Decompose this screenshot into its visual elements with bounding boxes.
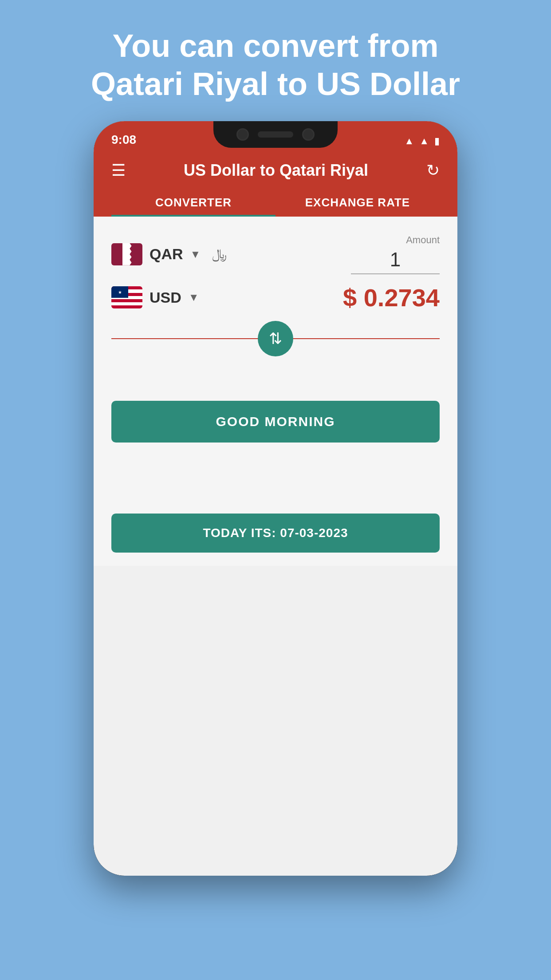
to-currency-dropdown[interactable]: ▼ xyxy=(189,291,199,304)
tab-exchange-rate[interactable]: EXCHANGE RATE xyxy=(276,189,440,217)
usd-flag: ★ xyxy=(111,286,142,308)
flag-star: ★ xyxy=(118,290,122,295)
app-header: ☰ US Dollar to Qatari Riyal ↻ CONVERTER … xyxy=(94,152,457,217)
swap-button[interactable]: ⇅ xyxy=(258,321,293,356)
divider-section: ⇅ xyxy=(111,321,440,356)
refresh-icon[interactable]: ↻ xyxy=(426,161,440,180)
battery-icon: ▮ xyxy=(434,135,440,147)
phone-screen: 9:08 ▲ ▲ ▮ ☰ US Dollar to Qatari Riyal ↻… xyxy=(94,121,457,876)
hamburger-icon[interactable]: ☰ xyxy=(111,161,126,180)
wifi-icon: ▲ xyxy=(404,135,414,147)
from-currency-symbol: ﷼ xyxy=(212,246,227,262)
flag-canton: ★ xyxy=(111,286,128,298)
amount-label: Amount xyxy=(351,234,440,246)
swap-arrows-icon: ⇅ xyxy=(269,329,282,348)
flag-white-portion xyxy=(122,243,132,265)
from-currency-row: QAR ▼ ﷼ Amount 1 xyxy=(111,234,440,274)
stripe xyxy=(111,305,142,308)
notch xyxy=(213,121,338,148)
header-title: US Dollar to Qatari Riyal xyxy=(184,161,368,180)
front-camera xyxy=(236,128,249,141)
status-time: 9:08 xyxy=(111,133,136,147)
to-currency-row: ★ USD ▼ $ 0.2734 xyxy=(111,283,440,312)
stripe xyxy=(111,302,142,305)
status-icons: ▲ ▲ ▮ xyxy=(404,135,440,147)
signal-icon: ▲ xyxy=(419,135,429,147)
amount-input[interactable]: 1 xyxy=(351,249,440,274)
qatar-flag xyxy=(111,243,142,265)
header-row: ☰ US Dollar to Qatari Riyal ↻ xyxy=(111,161,440,189)
phone-mockup: 9:08 ▲ ▲ ▮ ☰ US Dollar to Qatari Riyal ↻… xyxy=(94,121,457,876)
result-value: $ 0.2734 xyxy=(199,283,440,312)
page-headline: You can convert from Qatari Riyal to US … xyxy=(55,0,496,121)
tabs-container: CONVERTER EXCHANGE RATE xyxy=(111,189,440,217)
good-morning-button[interactable]: GOOD MORNING xyxy=(111,401,440,443)
converter-section: QAR ▼ ﷼ Amount 1 xyxy=(94,217,457,566)
to-currency-left: ★ USD ▼ xyxy=(111,286,199,308)
from-currency-dropdown[interactable]: ▼ xyxy=(190,248,201,261)
speaker xyxy=(258,131,293,138)
tab-converter[interactable]: CONVERTER xyxy=(111,189,276,217)
from-currency-left: QAR ▼ ﷼ xyxy=(111,243,227,265)
stripe xyxy=(111,299,142,302)
front-camera-2 xyxy=(302,128,315,141)
today-date-button[interactable]: TODAY ITS: 07-03-2023 xyxy=(111,514,440,553)
to-currency-code: USD xyxy=(150,289,181,306)
amount-section: Amount 1 xyxy=(351,234,440,274)
from-currency-code: QAR xyxy=(150,245,183,263)
